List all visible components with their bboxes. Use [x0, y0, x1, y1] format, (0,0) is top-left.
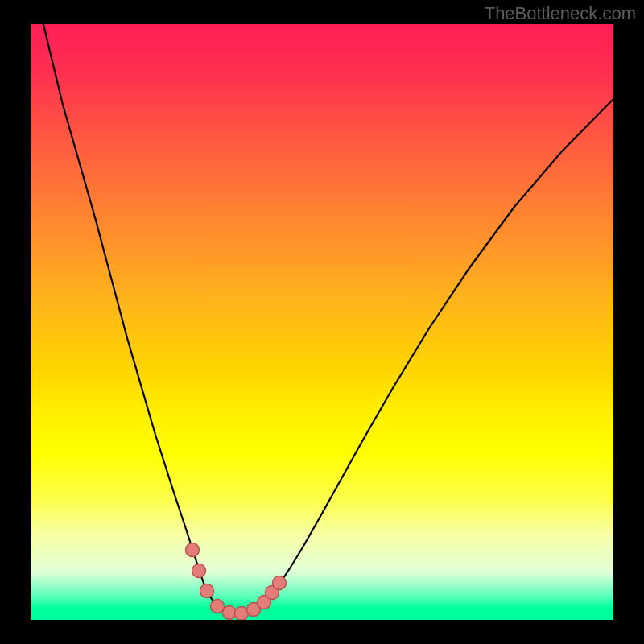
data-dot [273, 576, 287, 590]
attribution-text: TheBottleneck.com [485, 3, 636, 24]
data-dot [200, 584, 214, 598]
bottleneck-curve [39, 24, 613, 613]
data-dot [211, 600, 225, 613]
data-dot [186, 543, 200, 557]
chart-container: TheBottleneck.com [0, 0, 644, 644]
curve-layer [31, 24, 613, 620]
data-dots [186, 543, 287, 621]
plot-area [31, 24, 613, 620]
data-dot [192, 564, 206, 578]
